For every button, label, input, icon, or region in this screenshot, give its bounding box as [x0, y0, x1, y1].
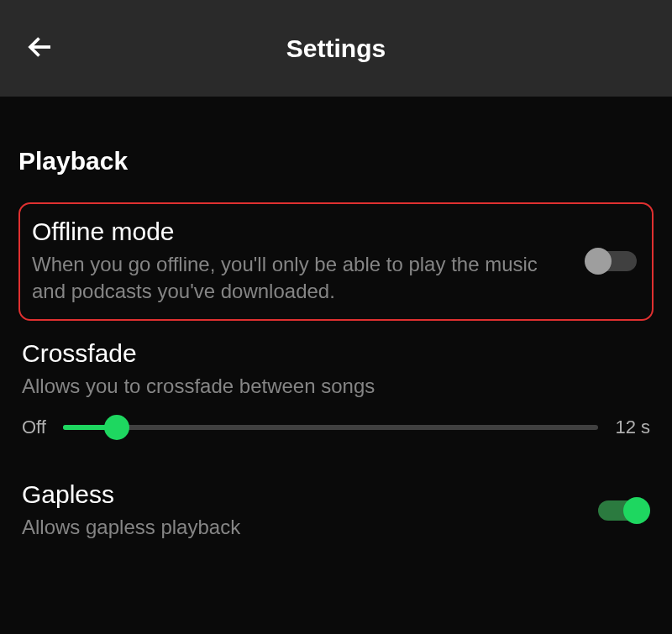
offline-desc: When you go offline, you'll only be able… [32, 251, 568, 306]
page-title: Settings [25, 34, 647, 63]
section-title-playback: Playback [18, 147, 654, 176]
back-arrow-icon[interactable] [25, 32, 55, 65]
setting-offline-mode: Offline mode When you go offline, you'll… [18, 202, 654, 321]
header-bar: Settings [0, 0, 672, 97]
gapless-desc: Allows gapless playback [22, 514, 578, 541]
slider-thumb [104, 415, 129, 440]
content-area: Playback Offline mode When you go offlin… [0, 97, 672, 548]
gapless-title: Gapless [22, 480, 578, 509]
slider-track [63, 425, 598, 430]
setting-gapless: Gapless Allows gapless playback [18, 474, 654, 548]
crossfade-min-label: Off [22, 417, 46, 438]
toggle-thumb [623, 497, 650, 524]
crossfade-title: Crossfade [22, 339, 650, 368]
crossfade-slider[interactable] [63, 415, 598, 440]
offline-toggle[interactable] [585, 246, 640, 276]
gapless-toggle[interactable] [595, 495, 650, 526]
offline-title: Offline mode [32, 217, 568, 246]
crossfade-desc: Allows you to crossfade between songs [22, 373, 650, 400]
setting-text: Offline mode When you go offline, you'll… [32, 217, 585, 306]
setting-crossfade: Crossfade Allows you to crossfade betwee… [18, 339, 654, 440]
crossfade-slider-row: Off 12 s [22, 415, 650, 440]
crossfade-max-label: 12 s [615, 417, 650, 438]
setting-text: Gapless Allows gapless playback [22, 480, 595, 541]
